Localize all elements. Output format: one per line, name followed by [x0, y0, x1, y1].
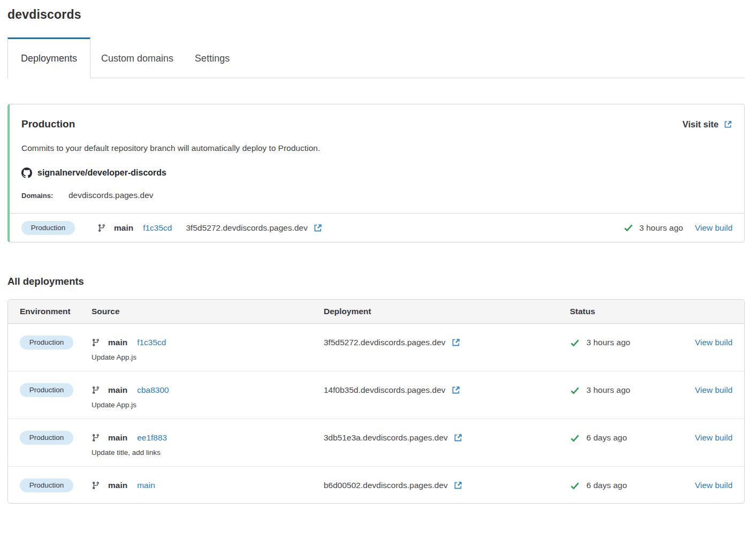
status-time: 3 hours ago	[639, 223, 683, 233]
production-card: Production Visit site Commits to your de…	[7, 104, 745, 242]
column-header-actions	[688, 307, 732, 316]
status-time: 3 hours ago	[586, 338, 630, 347]
check-icon	[570, 338, 580, 348]
environment-badge: Production	[21, 221, 75, 235]
status-cell: 3 hours ago	[570, 382, 688, 398]
domains-value: devdiscords.pages.dev	[68, 191, 154, 200]
tab-settings-label: Settings	[195, 53, 230, 64]
external-link-icon[interactable]	[451, 338, 461, 347]
repo-row: signalnerve/developer-discords	[21, 168, 732, 178]
git-branch-icon	[91, 386, 100, 394]
external-link-icon[interactable]	[453, 433, 463, 443]
commit-message: Update title, add links	[91, 448, 324, 457]
status-time: 6 days ago	[586, 481, 627, 490]
deployment-url: 14f0b35d.devdiscords.pages.dev	[324, 385, 446, 395]
environment-badge: Production	[20, 431, 73, 445]
status-cell: 6 days ago	[570, 477, 688, 493]
branch-name: main	[108, 481, 127, 490]
external-link-icon[interactable]	[451, 385, 461, 395]
status-cell: 3 hours ago	[570, 334, 688, 351]
deployment-cell: 3f5d5272.devdiscords.pages.dev	[324, 334, 570, 351]
table-row: Production main f1c35cd Update App.js 3f…	[8, 324, 744, 371]
visit-site-label: Visit site	[682, 119, 719, 130]
environment-badge: Production	[20, 336, 73, 349]
tab-settings[interactable]: Settings	[184, 39, 240, 78]
table-row: Production main ee1f883 Update title, ad…	[8, 419, 744, 466]
git-branch-icon	[91, 338, 100, 347]
production-description: Commits to your default repository branc…	[21, 143, 732, 153]
view-build-link[interactable]: View build	[695, 481, 732, 490]
branch-name: main	[114, 223, 133, 233]
column-header-source: Source	[91, 307, 324, 316]
column-header-deployment: Deployment	[324, 307, 570, 316]
status-group: 3 hours ago	[623, 223, 683, 233]
commit-link[interactable]: f1c35cd	[143, 223, 172, 233]
branch-name: main	[108, 385, 127, 395]
view-build-link[interactable]: View build	[695, 338, 732, 347]
domains-row: Domains: devdiscords.pages.dev	[21, 191, 732, 200]
source-cell: main main	[91, 477, 324, 493]
repo-name: signalnerve/developer-discords	[37, 168, 166, 178]
source-cell: main ee1f883 Update title, add links	[91, 430, 324, 457]
tab-custom-domains[interactable]: Custom domains	[90, 39, 184, 78]
view-build-link[interactable]: View build	[695, 433, 732, 443]
production-card-title: Production	[21, 118, 75, 130]
deployments-table: Environment Source Deployment Status Pro…	[7, 299, 745, 504]
tab-bar: Deployments Custom domains Settings	[7, 37, 745, 78]
check-icon	[623, 223, 633, 233]
check-icon	[570, 433, 580, 443]
page-title: devdiscords	[7, 7, 745, 22]
column-header-status: Status	[570, 307, 688, 316]
github-icon	[21, 168, 32, 178]
external-link-icon[interactable]	[453, 481, 463, 490]
deployment-cell: 14f0b35d.devdiscords.pages.dev	[324, 382, 570, 398]
source-cell: main cba8300 Update App.js	[91, 382, 324, 409]
branch-name: main	[108, 433, 127, 443]
check-icon	[570, 481, 580, 491]
deployment-url: 3f5d5272.devdiscords.pages.dev	[186, 223, 308, 233]
external-link-icon	[723, 120, 732, 129]
deployment-url-group: 3f5d5272.devdiscords.pages.dev	[186, 223, 323, 233]
table-row: Production main main b6d00502.devdiscord…	[8, 466, 744, 503]
domains-label: Domains:	[21, 192, 68, 200]
source-info: main f1c35cd 3f5d5272.devdiscords.pages.…	[97, 223, 323, 233]
git-branch-icon	[91, 481, 100, 490]
deployment-cell: b6d00502.devdiscords.pages.dev	[324, 477, 570, 493]
deployment-url: 3db51e3a.devdiscords.pages.dev	[324, 433, 448, 443]
status-time: 3 hours ago	[586, 385, 630, 395]
git-branch-icon	[91, 434, 100, 442]
column-header-environment: Environment	[20, 307, 91, 316]
tab-deployments[interactable]: Deployments	[7, 37, 90, 78]
status-time: 6 days ago	[586, 433, 627, 443]
deployment-url: b6d00502.devdiscords.pages.dev	[324, 481, 448, 490]
deployment-cell: 3db51e3a.devdiscords.pages.dev	[324, 430, 570, 446]
commit-link[interactable]: f1c35cd	[137, 338, 166, 347]
commit-link[interactable]: main	[137, 481, 155, 490]
environment-badge: Production	[20, 478, 73, 492]
visit-site-link[interactable]: Visit site	[682, 119, 732, 130]
view-build-link[interactable]: View build	[695, 385, 732, 395]
external-link-icon[interactable]	[313, 223, 323, 233]
production-latest-deployment-row: Production main f1c35cd 3f5d5272.devdisc…	[10, 213, 744, 242]
source-cell: main f1c35cd Update App.js	[91, 334, 324, 361]
git-branch-icon	[97, 224, 106, 232]
commit-link[interactable]: ee1f883	[137, 433, 167, 443]
view-build-link[interactable]: View build	[695, 223, 732, 233]
tab-deployments-label: Deployments	[21, 53, 77, 64]
deployment-url: 3f5d5272.devdiscords.pages.dev	[324, 338, 446, 347]
branch-name: main	[108, 338, 127, 347]
status-and-action: 3 hours ago View build	[623, 223, 732, 233]
commit-message: Update App.js	[91, 401, 324, 409]
check-icon	[570, 385, 580, 396]
status-cell: 6 days ago	[570, 430, 688, 446]
table-header-row: Environment Source Deployment Status	[8, 300, 744, 324]
commit-link[interactable]: cba8300	[137, 385, 169, 395]
environment-badge: Production	[20, 383, 73, 397]
table-row: Production main cba8300 Update App.js 14…	[8, 371, 744, 419]
all-deployments-title: All deployments	[7, 276, 745, 287]
production-card-body: Production Visit site Commits to your de…	[10, 104, 744, 213]
tab-custom-domains-label: Custom domains	[101, 53, 173, 64]
commit-message: Update App.js	[91, 353, 324, 361]
pages-project-page: devdiscords Deployments Custom domains S…	[0, 0, 756, 512]
